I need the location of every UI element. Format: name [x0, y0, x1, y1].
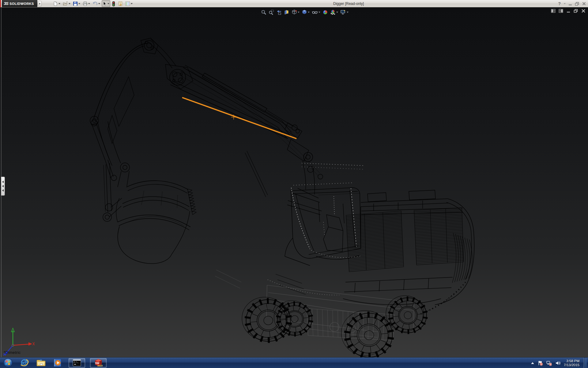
taskbar-internet-explorer[interactable]: [18, 358, 31, 367]
collapse-arrow-icon: [2, 189, 4, 192]
doc-close-button[interactable]: [581, 9, 586, 13]
hidden-icons-arrow[interactable]: [531, 362, 534, 365]
heads-up-view-toolbar: [260, 8, 349, 16]
view-orientation-icon: [292, 10, 297, 15]
file-properties-icon: [118, 1, 123, 6]
previous-view-icon: [276, 10, 282, 15]
hide-show-items-dropdown-arrow[interactable]: [318, 12, 320, 13]
print-icon: [83, 1, 88, 6]
rebuild-icon: [112, 1, 115, 6]
wireframe-model-digger[interactable]: [0, 7, 588, 357]
view-orientation-dropdown-arrow[interactable]: [298, 12, 300, 13]
zoom-to-area-button[interactable]: [268, 9, 275, 16]
tray-time: 3:58 PM: [564, 359, 579, 363]
zoom-to-fit-button[interactable]: [260, 9, 267, 16]
menu-expand-arrow[interactable]: [38, 1, 42, 6]
display-style-icon: [302, 10, 307, 15]
apply-scene-icon: [330, 10, 336, 15]
edit-appearance-button[interactable]: [322, 9, 329, 16]
collapse-arrow-icon: [2, 181, 4, 183]
file-properties-button[interactable]: [117, 0, 124, 7]
document-title: Digger [Read-only]: [333, 2, 364, 6]
undo-button[interactable]: [92, 0, 101, 7]
command-prompt-icon: C:\_: [72, 359, 81, 367]
solidworks-logo-glyph: ЗS: [4, 1, 8, 6]
app-minimize-button[interactable]: [568, 2, 572, 6]
save-icon: [73, 1, 78, 6]
start-button[interactable]: [2, 358, 14, 368]
document-window-controls: [551, 9, 586, 13]
print-dropdown-arrow[interactable]: [88, 3, 90, 4]
zoom-to-fit-icon: [261, 10, 266, 15]
section-view-button[interactable]: [283, 9, 290, 16]
show-left-pane-icon[interactable]: [551, 9, 556, 13]
taskbar-solidworks-2015[interactable]: SW2015: [90, 358, 107, 368]
view-settings-icon: [340, 10, 346, 15]
rebuild-button[interactable]: [111, 0, 116, 7]
show-right-pane-icon[interactable]: [559, 9, 563, 13]
view-settings-dropdown-arrow[interactable]: [347, 12, 349, 13]
section-view-icon: [284, 10, 289, 15]
featuremanager-collapsed-tab[interactable]: [1, 177, 5, 196]
show-desktop-button[interactable]: [584, 358, 587, 368]
view-orientation-button[interactable]: [291, 9, 300, 16]
apply-scene-button[interactable]: [330, 9, 339, 16]
graphics-viewport[interactable]: *Dimetric: [0, 7, 588, 357]
view-orientation-label: *Dimetric: [4, 350, 21, 355]
open-document-dropdown-arrow[interactable]: [69, 3, 70, 4]
print-button[interactable]: [82, 0, 91, 7]
options-dropdown-arrow[interactable]: [131, 3, 133, 4]
open-document-icon: [63, 1, 68, 6]
open-document-button[interactable]: [62, 0, 71, 7]
new-document-dropdown-arrow[interactable]: [58, 3, 60, 4]
new-document-button[interactable]: [52, 0, 61, 7]
tray-date: 7/13/2015: [564, 363, 579, 367]
new-document-icon: [53, 1, 58, 6]
windows-taskbar: C:\_SW2015 3:58 PM 7/13/2015: [0, 357, 588, 368]
taskbar-media-player[interactable]: [51, 358, 64, 367]
network-error-icon[interactable]: [546, 360, 552, 366]
tray-clock[interactable]: 3:58 PM 7/13/2015: [564, 359, 579, 367]
previous-view-button[interactable]: [276, 9, 282, 16]
app-window-controls: ?: [558, 1, 586, 7]
select-dropdown-arrow[interactable]: [107, 3, 109, 4]
hide-show-items-icon: [312, 10, 318, 15]
help-dropdown-arrow[interactable]: [564, 3, 566, 4]
action-center-flag-icon[interactable]: [537, 360, 543, 366]
taskbar-windows-explorer[interactable]: [35, 358, 47, 367]
doc-restore-button[interactable]: [574, 9, 578, 13]
svg-text:2015: 2015: [97, 364, 103, 367]
display-style-dropdown-arrow[interactable]: [308, 12, 310, 13]
select-icon: [103, 1, 107, 6]
solidworks-logo-text: SOLIDWORKS: [9, 2, 34, 6]
doc-minimize-button[interactable]: [566, 9, 571, 13]
save-dropdown-arrow[interactable]: [78, 3, 80, 4]
hide-show-items-button[interactable]: [311, 9, 321, 16]
svg-text:C:\_: C:\_: [74, 361, 79, 363]
display-style-button[interactable]: [301, 9, 310, 16]
undo-icon: [92, 1, 98, 6]
app-title-bar: ЗS SOLIDWORKS Digger [Read-only] ?: [0, 0, 588, 7]
app-close-button[interactable]: [582, 2, 586, 6]
taskbar-command-prompt[interactable]: C:\_: [69, 358, 85, 368]
options-icon: [125, 1, 130, 6]
solidworks-logo[interactable]: ЗS SOLIDWORKS: [2, 0, 37, 7]
edge-marker: [0, 0, 1, 7]
save-button[interactable]: [72, 0, 81, 7]
system-tray: 3:58 PM 7/13/2015: [531, 358, 588, 368]
desktop: ЗS SOLIDWORKS Digger [Read-only] ?: [0, 0, 588, 368]
edit-appearance-icon: [322, 10, 328, 15]
apply-scene-dropdown-arrow[interactable]: [336, 12, 338, 13]
zoom-to-area-icon: [269, 10, 274, 15]
taskbar-apps: C:\_SW2015: [18, 358, 107, 368]
undo-dropdown-arrow[interactable]: [98, 3, 100, 4]
select-button[interactable]: [102, 0, 110, 7]
speaker-icon[interactable]: [555, 361, 561, 366]
view-settings-button[interactable]: [340, 9, 349, 16]
options-button[interactable]: [124, 0, 134, 7]
quick-access-toolbar: [52, 0, 134, 7]
solidworks-2015-icon: SW2015: [93, 358, 103, 367]
help-button[interactable]: ?: [558, 1, 561, 6]
collapse-arrow-icon: [2, 185, 4, 187]
app-restore-button[interactable]: [575, 2, 579, 6]
